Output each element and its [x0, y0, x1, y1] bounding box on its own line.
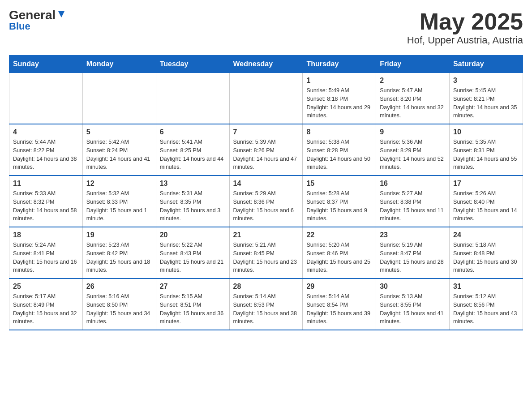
day-info: Sunrise: 5:13 AMSunset: 8:55 PMDaylight:… [380, 292, 446, 326]
day-number: 8 [306, 128, 372, 136]
day-info: Sunrise: 5:29 AMSunset: 8:36 PMDaylight:… [233, 189, 299, 223]
day-number: 15 [306, 180, 372, 188]
day-info: Sunrise: 5:36 AMSunset: 8:29 PMDaylight:… [380, 138, 446, 171]
calendar-title: May 2025 [407, 9, 523, 34]
day-number: 7 [233, 128, 299, 136]
day-number: 4 [13, 128, 79, 136]
table-row: 24Sunrise: 5:18 AMSunset: 8:48 PMDayligh… [450, 227, 523, 278]
day-number: 26 [86, 283, 152, 291]
table-row: 27Sunrise: 5:15 AMSunset: 8:51 PMDayligh… [156, 278, 229, 330]
table-row: 1Sunrise: 5:49 AMSunset: 8:18 PMDaylight… [303, 73, 376, 124]
table-row: 30Sunrise: 5:13 AMSunset: 8:55 PMDayligh… [376, 278, 450, 330]
day-info: Sunrise: 5:33 AMSunset: 8:32 PMDaylight:… [13, 189, 79, 223]
table-row: 8Sunrise: 5:38 AMSunset: 8:28 PMDaylight… [303, 124, 376, 176]
table-row [82, 73, 156, 124]
table-row: 23Sunrise: 5:19 AMSunset: 8:47 PMDayligh… [376, 227, 450, 278]
table-row: 20Sunrise: 5:22 AMSunset: 8:43 PMDayligh… [156, 227, 229, 278]
header-tuesday: Tuesday [156, 56, 229, 73]
day-info: Sunrise: 5:41 AMSunset: 8:25 PMDaylight:… [160, 138, 226, 171]
day-info: Sunrise: 5:16 AMSunset: 8:50 PMDaylight:… [86, 292, 152, 326]
day-info: Sunrise: 5:24 AMSunset: 8:41 PMDaylight:… [13, 241, 79, 274]
calendar-subtitle: Hof, Upper Austria, Austria [407, 34, 523, 46]
logo-triangle-icon [56, 9, 66, 19]
calendar-week-row: 11Sunrise: 5:33 AMSunset: 8:32 PMDayligh… [9, 176, 523, 227]
day-info: Sunrise: 5:42 AMSunset: 8:24 PMDaylight:… [86, 138, 152, 171]
day-info: Sunrise: 5:14 AMSunset: 8:53 PMDaylight:… [233, 292, 299, 326]
title-area: May 2025 Hof, Upper Austria, Austria [407, 9, 523, 46]
calendar-week-row: 1Sunrise: 5:49 AMSunset: 8:18 PMDaylight… [9, 73, 523, 124]
day-info: Sunrise: 5:26 AMSunset: 8:40 PMDaylight:… [453, 189, 519, 223]
day-number: 16 [380, 180, 446, 188]
day-number: 3 [453, 77, 519, 85]
day-info: Sunrise: 5:22 AMSunset: 8:43 PMDaylight:… [160, 241, 226, 274]
day-info: Sunrise: 5:28 AMSunset: 8:37 PMDaylight:… [306, 189, 372, 223]
day-info: Sunrise: 5:23 AMSunset: 8:42 PMDaylight:… [86, 241, 152, 274]
table-row: 29Sunrise: 5:14 AMSunset: 8:54 PMDayligh… [303, 278, 376, 330]
day-info: Sunrise: 5:39 AMSunset: 8:26 PMDaylight:… [233, 138, 299, 171]
day-number: 25 [13, 283, 79, 291]
day-number: 13 [160, 180, 226, 188]
header-wednesday: Wednesday [229, 56, 303, 73]
table-row: 5Sunrise: 5:42 AMSunset: 8:24 PMDaylight… [82, 124, 156, 176]
day-info: Sunrise: 5:15 AMSunset: 8:51 PMDaylight:… [160, 292, 226, 326]
table-row: 18Sunrise: 5:24 AMSunset: 8:41 PMDayligh… [9, 227, 83, 278]
table-row: 25Sunrise: 5:17 AMSunset: 8:49 PMDayligh… [9, 278, 83, 330]
table-row: 28Sunrise: 5:14 AMSunset: 8:53 PMDayligh… [229, 278, 303, 330]
day-info: Sunrise: 5:12 AMSunset: 8:56 PMDaylight:… [453, 292, 519, 326]
day-info: Sunrise: 5:35 AMSunset: 8:31 PMDaylight:… [453, 138, 519, 171]
day-number: 27 [160, 283, 226, 291]
day-info: Sunrise: 5:38 AMSunset: 8:28 PMDaylight:… [306, 138, 372, 171]
table-row: 15Sunrise: 5:28 AMSunset: 8:37 PMDayligh… [303, 176, 376, 227]
header-saturday: Saturday [450, 56, 523, 73]
table-row: 12Sunrise: 5:32 AMSunset: 8:33 PMDayligh… [82, 176, 156, 227]
logo-general: General [9, 9, 56, 21]
day-info: Sunrise: 5:17 AMSunset: 8:49 PMDaylight:… [13, 292, 79, 326]
day-info: Sunrise: 5:27 AMSunset: 8:38 PMDaylight:… [380, 189, 446, 223]
day-number: 5 [86, 128, 152, 136]
logo: General Blue [9, 9, 66, 32]
day-number: 17 [453, 180, 519, 188]
table-row [9, 73, 83, 124]
table-row [156, 73, 229, 124]
day-number: 10 [453, 128, 519, 136]
day-number: 2 [380, 77, 446, 85]
table-row: 16Sunrise: 5:27 AMSunset: 8:38 PMDayligh… [376, 176, 450, 227]
table-row: 3Sunrise: 5:45 AMSunset: 8:21 PMDaylight… [450, 73, 523, 124]
day-number: 21 [233, 231, 299, 239]
day-number: 11 [13, 180, 79, 188]
day-number: 1 [306, 77, 372, 85]
day-number: 22 [306, 231, 372, 239]
table-row: 31Sunrise: 5:12 AMSunset: 8:56 PMDayligh… [450, 278, 523, 330]
day-number: 19 [86, 231, 152, 239]
day-number: 9 [380, 128, 446, 136]
day-number: 29 [306, 283, 372, 291]
table-row: 13Sunrise: 5:31 AMSunset: 8:35 PMDayligh… [156, 176, 229, 227]
day-info: Sunrise: 5:47 AMSunset: 8:20 PMDaylight:… [380, 86, 446, 120]
header-thursday: Thursday [303, 56, 376, 73]
day-info: Sunrise: 5:32 AMSunset: 8:33 PMDaylight:… [86, 189, 152, 223]
day-number: 20 [160, 231, 226, 239]
day-info: Sunrise: 5:31 AMSunset: 8:35 PMDaylight:… [160, 189, 226, 223]
header-sunday: Sunday [9, 56, 83, 73]
header-monday: Monday [82, 56, 156, 73]
table-row: 17Sunrise: 5:26 AMSunset: 8:40 PMDayligh… [450, 176, 523, 227]
day-number: 31 [453, 283, 519, 291]
day-number: 23 [380, 231, 446, 239]
day-info: Sunrise: 5:49 AMSunset: 8:18 PMDaylight:… [306, 86, 372, 120]
day-info: Sunrise: 5:21 AMSunset: 8:45 PMDaylight:… [233, 241, 299, 274]
calendar-week-row: 18Sunrise: 5:24 AMSunset: 8:41 PMDayligh… [9, 227, 523, 278]
table-row: 6Sunrise: 5:41 AMSunset: 8:25 PMDaylight… [156, 124, 229, 176]
svg-marker-0 [58, 11, 64, 17]
day-info: Sunrise: 5:18 AMSunset: 8:48 PMDaylight:… [453, 241, 519, 274]
table-row: 14Sunrise: 5:29 AMSunset: 8:36 PMDayligh… [229, 176, 303, 227]
page-header: General Blue May 2025 Hof, Upper Austria… [9, 9, 523, 46]
header-friday: Friday [376, 56, 450, 73]
day-number: 24 [453, 231, 519, 239]
day-info: Sunrise: 5:20 AMSunset: 8:46 PMDaylight:… [306, 241, 372, 274]
table-row: 10Sunrise: 5:35 AMSunset: 8:31 PMDayligh… [450, 124, 523, 176]
table-row: 21Sunrise: 5:21 AMSunset: 8:45 PMDayligh… [229, 227, 303, 278]
table-row: 4Sunrise: 5:44 AMSunset: 8:22 PMDaylight… [9, 124, 83, 176]
calendar-table: Sunday Monday Tuesday Wednesday Thursday… [9, 55, 523, 330]
day-number: 18 [13, 231, 79, 239]
logo-blue: Blue [9, 21, 30, 32]
